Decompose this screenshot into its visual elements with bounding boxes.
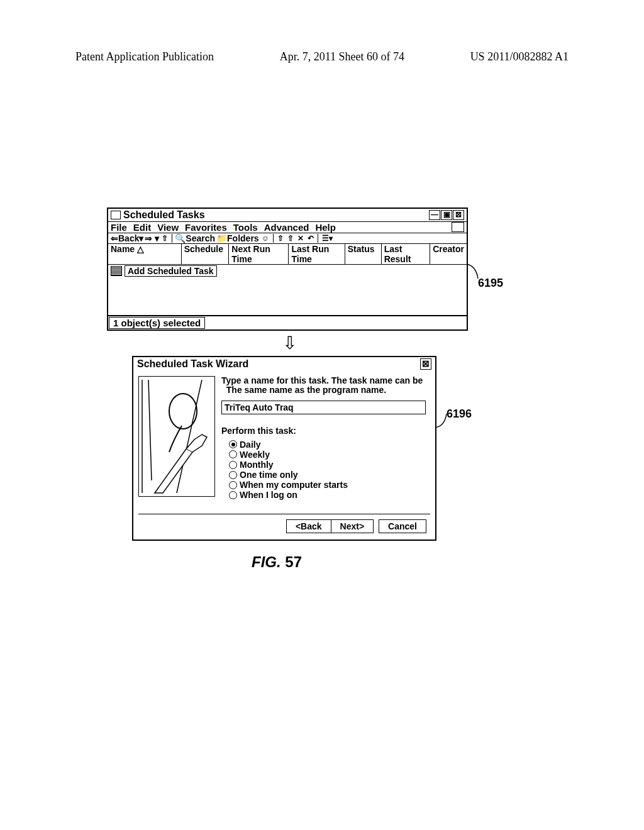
menu-file[interactable]: File	[111, 222, 127, 233]
copy-icon[interactable]: ⇧	[286, 234, 295, 243]
up-icon[interactable]: ⇧	[160, 234, 169, 243]
close-button[interactable]: ⊠	[453, 210, 464, 220]
wizard-close-button[interactable]: ⊠	[420, 358, 431, 370]
app-icon	[111, 211, 121, 219]
next-button[interactable]: Next>	[331, 520, 374, 533]
menu-favorites[interactable]: Favorites	[185, 222, 227, 233]
menu-tools[interactable]: Tools	[233, 222, 258, 233]
back-button[interactable]: ⇐Back▾	[111, 233, 143, 243]
menu-advanced[interactable]: Advanced	[264, 222, 309, 233]
menu-view[interactable]: View	[157, 222, 179, 233]
minimize-button[interactable]: —	[429, 210, 440, 220]
views-icon[interactable]: ☰▾	[321, 234, 334, 243]
col-creator[interactable]: Creator	[430, 244, 467, 264]
callout-line-6196	[435, 414, 454, 433]
scheduled-task-wizard: Scheduled Task Wizard ⊠ Type a name for …	[132, 356, 436, 541]
back-button[interactable]: <Back	[287, 520, 331, 533]
arrow-down-icon: ⇩	[107, 335, 472, 352]
doc-header: Patent Application Publication Apr. 7, 2…	[0, 50, 644, 64]
search-button[interactable]: 🔍Search	[175, 233, 215, 243]
callout-line-6195	[467, 261, 486, 280]
task-label: Add Scheduled Task	[125, 265, 217, 277]
maximize-button[interactable]: ▣	[441, 210, 452, 220]
col-schedule[interactable]: Schedule	[182, 244, 230, 264]
radio-once[interactable]: One time only	[229, 470, 430, 480]
wizard-image	[138, 376, 215, 497]
col-name[interactable]: Name △	[108, 244, 182, 264]
wizard-title: Scheduled Task Wizard	[137, 358, 248, 370]
history-icon[interactable]: ☺	[260, 234, 270, 243]
wizard-prompt: Type a name for this task. The task name…	[221, 376, 430, 396]
content-area	[108, 277, 467, 315]
toolbar: ⇐Back▾ ⇒ ▾ ⇧ 🔍Search 📁Folders ☺ ⇧ ⇧ ✕ ↶ …	[108, 233, 467, 244]
task-icon	[111, 266, 122, 276]
col-status[interactable]: Status	[345, 244, 382, 264]
svg-point-0	[169, 394, 197, 429]
header-left: Patent Application Publication	[75, 50, 214, 64]
status-text: 1 object(s) selected	[109, 317, 205, 329]
forward-button[interactable]: ⇒ ▾	[145, 233, 159, 243]
scheduled-tasks-window: Scheduled Tasks — ▣ ⊠ File Edit View Fav…	[107, 208, 468, 331]
perform-label: Perform this task:	[221, 426, 430, 436]
menu-bar: File Edit View Favorites Tools Advanced …	[108, 222, 467, 233]
header-center: Apr. 7, 2011 Sheet 60 of 74	[280, 50, 404, 64]
throbber-icon	[452, 222, 464, 232]
radio-monthly[interactable]: Monthly	[229, 460, 430, 470]
task-name-input[interactable]	[221, 401, 426, 414]
cancel-button[interactable]: Cancel	[379, 519, 426, 533]
window-title: Scheduled Tasks	[123, 209, 205, 221]
col-last-run[interactable]: Last Run Time	[289, 244, 345, 264]
undo-icon[interactable]: ↶	[306, 234, 315, 243]
status-bar: 1 object(s) selected	[108, 315, 467, 329]
col-next-run[interactable]: Next Run Time	[229, 244, 289, 264]
column-headers: Name △ Schedule Next Run Time Last Run T…	[108, 244, 467, 265]
menu-help[interactable]: Help	[315, 222, 336, 233]
radio-startup[interactable]: When my computer starts	[229, 480, 430, 490]
folders-button[interactable]: 📁Folders	[216, 233, 259, 243]
task-row[interactable]: Add Scheduled Task	[108, 265, 467, 277]
menu-edit[interactable]: Edit	[133, 222, 151, 233]
radio-daily[interactable]: Daily	[229, 440, 430, 450]
col-last-result[interactable]: Last Result	[382, 244, 431, 264]
radio-weekly[interactable]: Weekly	[229, 450, 430, 460]
title-bar: Scheduled Tasks — ▣ ⊠	[108, 209, 467, 222]
delete-icon[interactable]: ✕	[296, 234, 305, 243]
figure-caption: FIG. 57	[82, 553, 472, 571]
move-icon[interactable]: ⇧	[276, 234, 285, 243]
radio-logon[interactable]: When I log on	[229, 490, 430, 500]
header-right: US 2011/0082882 A1	[470, 50, 569, 64]
